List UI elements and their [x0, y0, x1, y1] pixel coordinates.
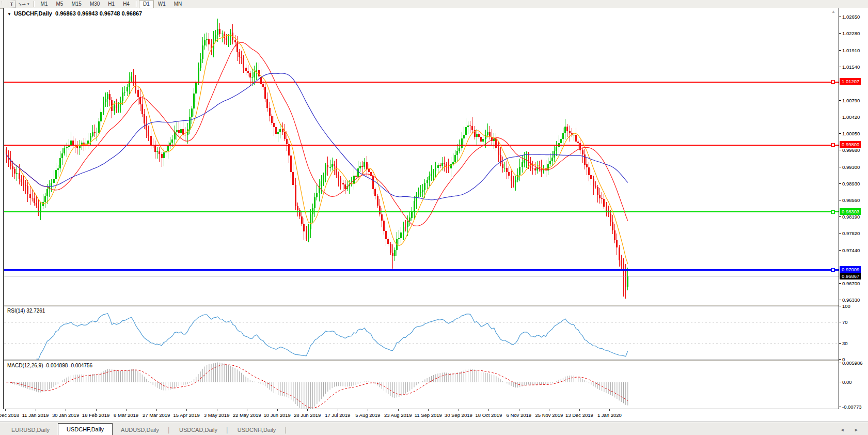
price-axis-tick: 0.98930	[839, 181, 868, 187]
date-axis-tick	[488, 409, 489, 411]
timeframe-button-d1[interactable]: D1	[139, 0, 154, 8]
date-axis-tick	[609, 409, 610, 411]
price-axis-tick: 0.97440	[839, 247, 868, 253]
rsi-axis-tick: 30	[839, 340, 868, 346]
price-axis-tick: 0.96330	[839, 297, 868, 303]
price-axis-tick: 1.02280	[839, 30, 868, 36]
date-axis-tick	[307, 409, 308, 411]
chart-collapse-icon[interactable]: ▼	[7, 12, 11, 17]
price-axis-tick: 1.01910	[839, 48, 868, 53]
price-axis-tick: 1.00420	[839, 114, 868, 120]
price-axis-tick: 0.96700	[839, 281, 868, 286]
date-axis-tick	[96, 409, 97, 411]
date-axis-tick	[247, 409, 247, 411]
date-axis-tick	[549, 409, 549, 411]
chart-shift-marker-icon[interactable]: ▲	[831, 9, 835, 14]
rsi-indicator-panel[interactable]: RSI(14) 32.7261	[4, 306, 839, 360]
price-axis-tick: 1.00050	[839, 131, 868, 136]
chart-tab-usdcad[interactable]: USDCAD,Daily	[171, 425, 226, 435]
indicator-cursor-tool-icon[interactable]: ➘➙	[18, 2, 26, 7]
chart-window: ▼USDCHF,Daily 0.96863 0.96943 0.96748 0.…	[3, 8, 868, 409]
timeframe-button-h1[interactable]: H1	[104, 0, 119, 8]
price-axis-tick: 1.00790	[839, 98, 868, 103]
price-chart-panel[interactable]: ▼USDCHF,Daily 0.96863 0.96943 0.96748 0.…	[4, 8, 839, 305]
chart-tab-eurusd[interactable]: EURUSD,Daily	[3, 425, 58, 435]
price-axis-tick: 1.02650	[839, 14, 868, 20]
toolbar-grip[interactable]	[2, 2, 4, 7]
date-axis-tick	[519, 409, 519, 411]
chart-tab-usdchf[interactable]: USDCHF,Daily	[58, 423, 113, 435]
date-axis-tick	[428, 409, 429, 411]
timeframe-button-group: M1M5M15M30H1H4D1W1MN	[37, 0, 186, 8]
date-axis-tick	[186, 409, 187, 411]
rsi-label: RSI(14) 32.7261	[7, 308, 45, 314]
macd-label: MACD(12,26,9) -0.004898 -0.004756	[7, 363, 92, 368]
current-price-label: 0.96867	[840, 273, 861, 279]
hline-price-label: 0.99800	[840, 141, 861, 148]
hline-price-label: 0.97009	[840, 266, 861, 273]
price-axis-tick: 1.01540	[839, 64, 868, 70]
price-axis-tick: 0.97820	[839, 230, 868, 236]
timeframe-button-m30[interactable]: M30	[86, 0, 104, 8]
chart-tab-usdcnh[interactable]: USDCNH,Daily	[229, 425, 285, 435]
date-axis-tick	[217, 409, 217, 411]
hline-price-label: 1.01207	[840, 78, 861, 85]
date-axis-tick	[459, 409, 459, 411]
date-axis-tick	[579, 409, 580, 411]
tab-scroll-arrows-icon[interactable]: ◄ ►	[840, 427, 863, 432]
date-axis-tick	[66, 409, 66, 411]
top-toolbar: T ➘➙ ▾ M1M5M15M30H1H4D1W1MN	[0, 0, 868, 9]
macd-indicator-panel[interactable]: MACD(12,26,9) -0.004898 -0.004756	[4, 361, 839, 409]
toolbar-separator	[136, 1, 137, 7]
timeframe-button-w1[interactable]: W1	[154, 0, 170, 8]
tab-separator: │	[284, 425, 288, 435]
rsi-axis-tick: 70	[839, 319, 868, 325]
chart-title: ▼USDCHF,Daily 0.96863 0.96943 0.96748 0.…	[7, 10, 142, 17]
toolbar-separator	[34, 1, 35, 7]
timeframe-button-m1[interactable]: M1	[37, 0, 52, 8]
date-axis-tick	[36, 409, 36, 411]
tab-separator: │	[167, 425, 171, 435]
timeframe-button-m5[interactable]: M5	[52, 0, 68, 8]
date-axis-tick	[368, 409, 368, 411]
chart-tab-bar: EURUSD,DailyUSDCHF,DailyAUDUSD,Daily│USD…	[0, 422, 868, 435]
timeframe-button-h4[interactable]: H4	[119, 0, 134, 8]
timeframe-button-m15[interactable]: M15	[67, 0, 85, 8]
chart-tab-audusd[interactable]: AUDUSD,Daily	[113, 425, 167, 435]
price-axis-tick: 0.99300	[839, 164, 868, 170]
date-axis[interactable]: 24 Dec 201811 Jan 201930 Jan 201918 Feb …	[3, 409, 868, 422]
date-axis-tick	[398, 409, 399, 411]
tab-separator: │	[226, 425, 229, 435]
chart-ohlc-values: 0.96863 0.96943 0.96748 0.96867	[55, 10, 142, 17]
date-axis-label: 1 Jan 2020	[589, 412, 630, 418]
date-axis-tick	[126, 409, 127, 411]
tool-dropdown-icon[interactable]: ▾	[27, 2, 29, 6]
macd-axis-tick: 0.005986	[839, 360, 868, 366]
macd-axis-tick: 0.00	[839, 379, 868, 385]
price-axis-tick: 0.99680	[839, 147, 868, 153]
date-axis-tick	[277, 409, 278, 411]
date-axis-tick	[156, 409, 157, 411]
hline-price-label: 0.98303	[840, 208, 861, 215]
timeframe-button-mn[interactable]: MN	[170, 0, 186, 8]
date-axis-tick	[338, 409, 338, 411]
chart-symbol-label: USDCHF,Daily	[14, 10, 52, 17]
rsi-axis-tick: 100	[839, 303, 868, 309]
price-axis[interactable]: 1.026501.022801.019101.015401.007901.004…	[839, 8, 868, 409]
text-label-tool-icon[interactable]: T	[8, 1, 15, 8]
price-axis-tick: 0.98560	[839, 197, 868, 203]
date-axis-tick	[5, 409, 6, 411]
